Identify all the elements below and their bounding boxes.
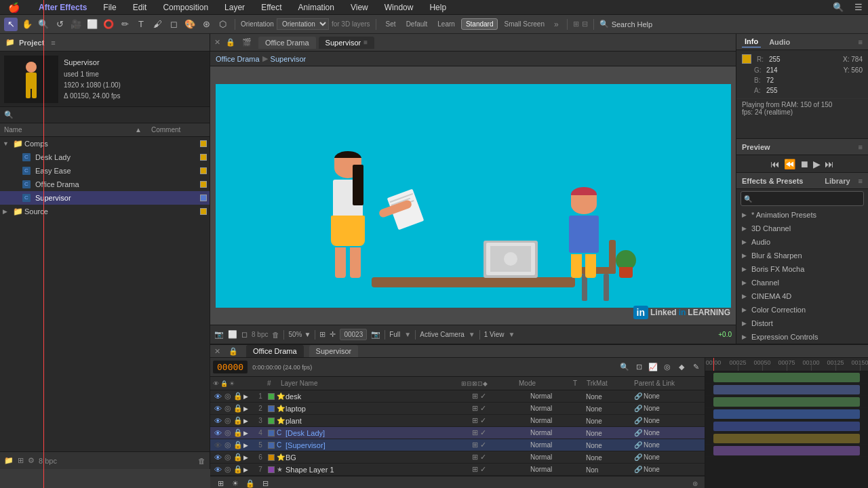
lyr6-expand[interactable]: ▶	[243, 454, 253, 461]
help-menu[interactable]: Help	[427, 1, 449, 14]
lyr6-mode[interactable]: Normal	[530, 453, 571, 461]
tab-supervisor-close[interactable]: ≡	[363, 39, 368, 46]
lyr1-expand[interactable]: ▶	[243, 393, 253, 400]
text-tool[interactable]: T	[134, 18, 148, 31]
tl-expand-all[interactable]: ⊟	[259, 478, 271, 489]
prev-last[interactable]: ⏭	[825, 159, 834, 169]
tl-ruler[interactable]: 00:00 00025 00050 00075 00100 00125 0015…	[705, 358, 868, 371]
info-tab[interactable]: Info	[742, 36, 761, 47]
comp-close-icon[interactable]: ✕	[214, 38, 220, 47]
effect-channel[interactable]: ▶ Channel	[736, 276, 868, 289]
lyr7-parent-select[interactable]: None	[644, 466, 684, 473]
layer-row-5[interactable]: 👁 ◎ 🔒 ▶ 5 C [Supervisor] ⊞ ✓ Nor	[210, 439, 705, 451]
hand-tool[interactable]: ✋	[20, 18, 34, 31]
window-menu[interactable]: Window	[382, 1, 416, 14]
tl-close-icon[interactable]: ✕	[214, 347, 220, 356]
zoom-tool[interactable]: 🔍	[37, 18, 50, 31]
tl-timecode[interactable]: 00000	[213, 361, 248, 373]
lyr4-solo[interactable]: ◎	[223, 428, 233, 438]
source-arrow[interactable]: ▶	[3, 208, 11, 215]
effect-cinema4d[interactable]: ▶ CINEMA 4D	[736, 289, 868, 303]
lyr3-vis[interactable]: 👁	[213, 416, 222, 426]
lyr1-lock[interactable]: 🔒	[233, 392, 243, 401]
comp-lock-icon[interactable]: 🔒	[226, 38, 235, 47]
paint-tool[interactable]: 🎨	[183, 18, 197, 31]
info-menu-icon[interactable]: ≡	[859, 38, 863, 46]
project-trash-icon[interactable]: 🗑	[198, 457, 205, 465]
lyr7-vis[interactable]: 👁	[213, 465, 222, 474]
lyr1-trkmat-select[interactable]: None	[586, 393, 623, 401]
layer-row-3[interactable]: 👁 ◎ 🔒 ▶ 3 ⭐ plant ⊞ ✓ Normal	[210, 415, 705, 427]
quality-arrow[interactable]: ▼	[404, 331, 411, 338]
layer-row-6[interactable]: 👁 ◎ 🔒 ▶ 6 ⭐ BG ⊞ ✓ Normal	[210, 451, 705, 464]
tree-item-office-drama[interactable]: C Office Drama	[0, 178, 210, 191]
lyr4-vis[interactable]: 👁	[213, 428, 222, 438]
lyr5-vis[interactable]: 👁	[213, 441, 222, 450]
ws-default[interactable]: Default	[402, 19, 432, 29]
composition-menu[interactable]: Composition	[160, 1, 211, 14]
effects-library-tab[interactable]: Library	[825, 177, 850, 185]
search-icon[interactable]: 🔍	[833, 2, 844, 12]
lyr5-expand[interactable]: ▶	[243, 442, 253, 449]
layer-row-2[interactable]: 👁 ◎ 🔒 ▶ 2 ⭐ laptop ⊞ ✓ Normal	[210, 403, 705, 415]
tab-office-drama[interactable]: Office Drama	[258, 37, 316, 49]
menu-icon[interactable]: ☰	[854, 2, 863, 12]
orientation-select[interactable]: Orientation	[277, 18, 329, 30]
comps-arrow[interactable]: ▼	[3, 140, 11, 147]
ws-smallscreen[interactable]: Small Screen	[500, 19, 548, 29]
prev-stop[interactable]: ⏹	[800, 159, 809, 169]
view-arrow[interactable]: ▼	[509, 331, 515, 338]
lyr3-expand[interactable]: ▶	[243, 418, 253, 424]
lyr4-mode-select[interactable]: Normal	[530, 429, 553, 436]
ae-menu[interactable]: After Effects	[36, 1, 90, 14]
lyr3-sw2[interactable]: ✓	[480, 416, 486, 425]
lyr4-trkmat[interactable]: None	[586, 429, 633, 437]
lyr1-sw2[interactable]: ✓	[480, 392, 486, 401]
project-new-comp-icon[interactable]: ⊞	[18, 456, 24, 465]
breadcrumb-supervisor[interactable]: Supervisor	[271, 55, 307, 63]
lyr4-expand[interactable]: ▶	[243, 430, 253, 436]
lyr3-mode-select[interactable]: Normal	[530, 417, 553, 424]
lyr6-sw2[interactable]: ✓	[480, 453, 486, 462]
lyr1-parent-select[interactable]: None	[644, 392, 684, 400]
effect-animation-presets[interactable]: ▶ * Animation Presets	[736, 208, 868, 222]
lyr7-lock[interactable]: 🔒	[233, 465, 243, 474]
tl-add-layer[interactable]: ⊞	[214, 478, 226, 489]
layer-row-1[interactable]: 👁 ◎ 🔒 ▶ 1 ⭐ desk ⊞ ✓	[210, 390, 705, 403]
apple-menu[interactable]: 🍎	[5, 1, 22, 14]
comp-canvas[interactable]: 人人素材社区 人人素材社区	[210, 66, 736, 325]
effect-3d-channel[interactable]: ▶ 3D Channel	[736, 222, 868, 235]
lyr6-lock[interactable]: 🔒	[233, 453, 243, 462]
edit-menu[interactable]: Edit	[130, 1, 150, 14]
camera-tool[interactable]: 🎥	[69, 18, 83, 31]
effects-search-input[interactable]	[754, 195, 861, 203]
lyr5-trkmat[interactable]: None	[586, 441, 633, 449]
tree-item-desk-lady[interactable]: C Desk Lady	[0, 150, 210, 164]
project-menu-icon[interactable]: ≡	[51, 39, 55, 47]
lyr2-trkmat[interactable]: None	[586, 405, 633, 413]
zoom-arrow[interactable]: ▼	[304, 331, 311, 338]
lyr2-vis[interactable]: 👁	[213, 404, 222, 413]
layer-menu[interactable]: Layer	[222, 1, 248, 14]
tree-item-comps[interactable]: ▼ 📁 Comps	[0, 137, 210, 150]
lyr1-mode-select[interactable]: Normal	[530, 392, 553, 400]
lyr3-trkmat[interactable]: None	[586, 417, 633, 425]
lyr2-lock[interactable]: 🔒	[233, 404, 243, 413]
breadcrumb-office-drama[interactable]: Office Drama	[216, 55, 260, 63]
layer-row-7[interactable]: 👁 ◎ 🔒 ▶ 7 ★ Shape Layer 1 ⊞ ✓ No	[210, 464, 705, 476]
ws-standard[interactable]: Standard	[461, 18, 498, 30]
tl-solo-all[interactable]: ☀	[229, 478, 241, 489]
ws-expand[interactable]: »	[554, 20, 559, 29]
lyr2-sw2[interactable]: ✓	[480, 404, 486, 413]
prev-play[interactable]: ▶	[813, 159, 821, 169]
lyr2-expand[interactable]: ▶	[243, 405, 253, 412]
lyr1-mode[interactable]: Normal	[530, 392, 571, 400]
lyr4-lock[interactable]: 🔒	[233, 428, 243, 438]
brush-tool[interactable]: 🖌	[151, 18, 164, 31]
lyr1-vis[interactable]: 👁	[213, 392, 222, 401]
lyr2-solo[interactable]: ◎	[223, 404, 233, 413]
comp-snapshot-icon[interactable]: 📷	[371, 330, 380, 339]
preview-menu[interactable]: ≡	[859, 143, 863, 151]
lyr5-parent-select[interactable]: None	[644, 441, 684, 449]
shape-tool2[interactable]: ⬡	[216, 18, 229, 31]
